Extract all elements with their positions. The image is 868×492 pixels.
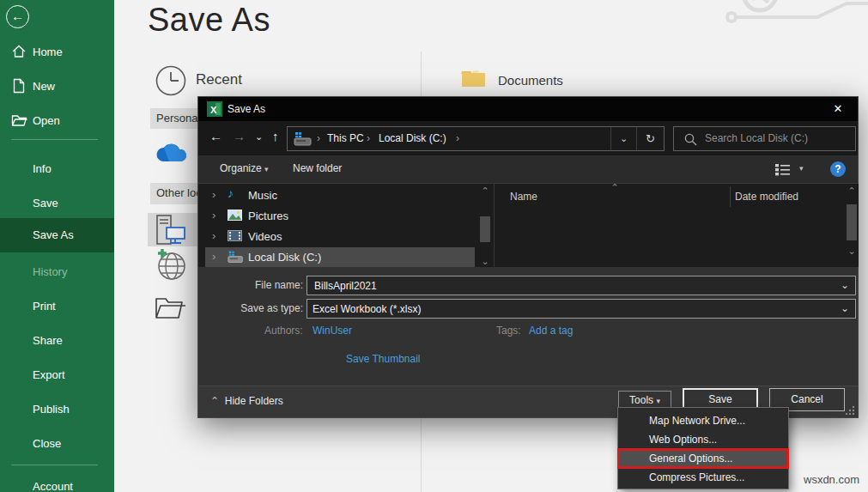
- tree-item-videos[interactable]: › Videos: [205, 227, 475, 247]
- menu-item-web-options[interactable]: Web Options...: [618, 430, 788, 449]
- sidebar-item-history: History: [0, 263, 114, 282]
- up-arrow-icon[interactable]: ↑: [272, 129, 279, 143]
- scroll-up-icon[interactable]: ⌃: [478, 185, 492, 197]
- tree-scrollbar[interactable]: ⌃ ⌄: [478, 184, 492, 267]
- tags-label: Tags:: [496, 325, 521, 337]
- sidebar-item-print[interactable]: Print: [0, 297, 114, 316]
- breadcrumb-local-disk[interactable]: Local Disk (C:): [379, 132, 446, 144]
- dialog-titlebar[interactable]: X Save As ✕: [198, 97, 858, 121]
- add-a-place-icon[interactable]: [155, 247, 187, 282]
- page-title: Save As: [148, 2, 270, 39]
- documents-header[interactable]: Documents: [461, 68, 650, 94]
- close-icon[interactable]: ✕: [827, 100, 849, 118]
- tab-personal[interactable]: Personal: [150, 108, 199, 129]
- this-pc-place-selected[interactable]: [148, 213, 198, 246]
- column-divider[interactable]: [730, 186, 731, 207]
- save-as-type-select[interactable]: Excel Workbook (*.xlsx) ⌄: [307, 299, 856, 319]
- file-name-combobox[interactable]: ⌄: [307, 276, 856, 295]
- chevron-down-icon: ▾: [656, 397, 660, 405]
- scrollbar-thumb[interactable]: [480, 216, 490, 242]
- search-box[interactable]: [673, 126, 856, 151]
- scrollbar-thumb[interactable]: [847, 204, 857, 240]
- list-scrollbar-vertical[interactable]: ⌃ ⌄: [845, 184, 859, 267]
- view-options-chevron-icon[interactable]: ▾: [799, 164, 804, 173]
- menu-item-general-options[interactable]: General Options...: [618, 449, 788, 468]
- organize-button[interactable]: Organize ▾: [220, 162, 269, 174]
- this-pc-icon: [155, 215, 189, 246]
- sidebar-item-save[interactable]: Save: [0, 194, 114, 213]
- sidebar-item-info[interactable]: Info: [0, 160, 114, 179]
- home-icon: [11, 44, 27, 59]
- sidebar-item-save-as[interactable]: Save As: [0, 218, 114, 252]
- address-bar[interactable]: › This PC › Local Disk (C:) › ⌄ ↻: [287, 126, 665, 151]
- dialog-panels: › ♪ Music › Pictures › Videos: [198, 184, 858, 267]
- menu-item-compress-pictures[interactable]: Compress Pictures...: [618, 468, 788, 487]
- back-button[interactable]: ←: [6, 5, 29, 28]
- view-options-icon[interactable]: [775, 163, 792, 176]
- breadcrumb-separator: ›: [456, 132, 459, 144]
- help-icon[interactable]: ?: [830, 161, 846, 177]
- file-name-label: File name:: [202, 279, 303, 291]
- chevron-up-icon: ⌃: [210, 395, 219, 407]
- drive-icon: [228, 251, 244, 264]
- tree-item-local-disk[interactable]: › Local Disk (C:): [205, 247, 475, 268]
- search-input[interactable]: [703, 130, 849, 147]
- sidebar-item-publish[interactable]: Publish: [0, 400, 114, 419]
- browse-folder-icon[interactable]: [155, 295, 187, 319]
- scroll-up-icon[interactable]: ⌃: [845, 185, 859, 197]
- resize-grip[interactable]: [844, 404, 855, 416]
- dialog-toolbar: Organize ▾ New folder ▾ ?: [198, 155, 858, 184]
- sidebar-separator: [11, 465, 98, 465]
- back-arrow-icon[interactable]: ←: [209, 129, 222, 143]
- clock-icon: [155, 64, 187, 97]
- expand-chevron-icon[interactable]: ›: [212, 188, 215, 201]
- breadcrumb-this-pc[interactable]: This PC: [327, 132, 364, 144]
- new-folder-button[interactable]: New folder: [293, 162, 342, 174]
- scroll-down-icon[interactable]: ⌄: [478, 256, 492, 267]
- sidebar-item-new[interactable]: New: [0, 77, 114, 96]
- onedrive-icon[interactable]: [155, 141, 187, 165]
- sidebar-item-close[interactable]: Close: [0, 434, 114, 453]
- tree-item-music[interactable]: › ♪ Music: [205, 185, 475, 206]
- sidebar-item-share[interactable]: Share: [0, 331, 114, 350]
- dialog-fields-section: File name: ⌄ Save as type: Excel Workboo…: [198, 267, 858, 386]
- authors-value[interactable]: WinUser: [313, 325, 352, 337]
- file-name-input[interactable]: [313, 278, 828, 293]
- menu-item-map-network-drive[interactable]: Map Network Drive...: [618, 411, 788, 430]
- tab-other-locations[interactable]: Other loc: [150, 183, 199, 204]
- music-icon: ♪: [228, 186, 234, 200]
- column-header-date-modified[interactable]: Date modified: [735, 191, 798, 203]
- sidebar-item-open[interactable]: Open: [0, 112, 114, 131]
- column-header-name[interactable]: Name: [510, 191, 537, 203]
- save-as-type-label: Save as type:: [202, 302, 303, 314]
- expand-chevron-icon[interactable]: ›: [212, 250, 215, 263]
- chevron-down-icon[interactable]: ⌄: [841, 302, 849, 314]
- save-thumbnail-label: Save Thumbnail: [346, 353, 421, 365]
- new-document-icon: [11, 78, 27, 94]
- add-a-tag-link[interactable]: Add a tag: [529, 325, 573, 337]
- screen: Save As Recent Documents Personal Other …: [0, 0, 868, 492]
- sidebar-item-export[interactable]: Export: [0, 366, 114, 385]
- hide-folders-button[interactable]: ⌃ Hide Folders: [210, 395, 283, 407]
- chevron-down-icon[interactable]: ⌄: [841, 279, 849, 291]
- folder-icon: [461, 68, 487, 88]
- documents-label: Documents: [498, 73, 563, 88]
- breadcrumb-separator: ›: [367, 132, 370, 144]
- recent-locations-chevron-icon[interactable]: ⌄: [255, 131, 263, 143]
- expand-chevron-icon[interactable]: ›: [212, 229, 215, 242]
- tools-dropdown-menu: Map Network Drive... Web Options... Gene…: [617, 407, 789, 489]
- sidebar-item-account[interactable]: Account: [0, 477, 114, 492]
- authors-label: Authors:: [264, 325, 303, 337]
- forward-arrow-icon[interactable]: →: [233, 129, 246, 143]
- refresh-icon[interactable]: ↻: [636, 127, 664, 150]
- excel-icon: X: [207, 101, 222, 117]
- expand-chevron-icon[interactable]: ›: [212, 209, 215, 222]
- pictures-icon: [228, 210, 242, 221]
- scroll-down-icon[interactable]: ⌄: [845, 246, 859, 257]
- tree-item-pictures[interactable]: › Pictures: [205, 206, 475, 227]
- sidebar-item-home[interactable]: Home: [0, 43, 114, 62]
- address-dropdown-chevron-icon[interactable]: ⌄: [610, 127, 636, 150]
- recent-section-header[interactable]: Recent: [155, 64, 412, 97]
- save-as-dialog: X Save As ✕ ← → ⌄ ↑ › This PC › Local Di…: [197, 96, 859, 418]
- chevron-down-icon: ▾: [264, 165, 269, 173]
